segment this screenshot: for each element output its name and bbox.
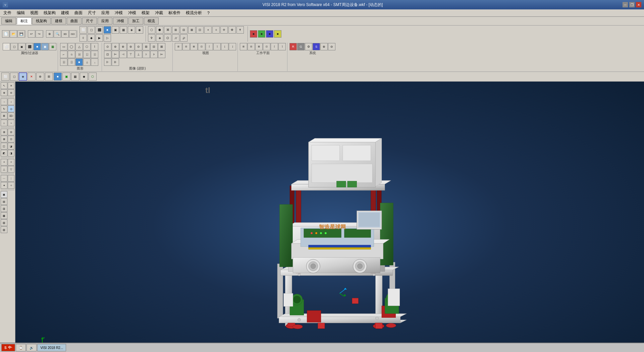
- wp-6[interactable]: ⌉: [278, 43, 286, 50]
- left-e5[interactable]: ▧: [1, 219, 7, 226]
- prop-7[interactable]: ▦: [49, 43, 56, 50]
- view-box-11[interactable]: ⬡: [89, 73, 97, 81]
- view-box-8[interactable]: ▣: [62, 73, 70, 81]
- tab-edit[interactable]: 编辑: [1, 17, 16, 25]
- left-12[interactable]: ⌁: [8, 120, 14, 126]
- taskbar-visi[interactable]: VISI 2018 R2...: [37, 344, 66, 351]
- wp-3[interactable]: ⊠: [255, 43, 263, 50]
- menu-surface[interactable]: 曲面: [72, 9, 85, 16]
- sys-1[interactable]: R: [289, 43, 297, 50]
- tool-6[interactable]: ▦: [120, 26, 127, 34]
- img-5[interactable]: ⊝: [135, 43, 142, 50]
- tab-punch[interactable]: 冲模: [113, 17, 128, 25]
- left-22[interactable]: ⌗: [8, 159, 14, 166]
- wp-2[interactable]: ⊟: [248, 43, 255, 50]
- title-icon[interactable]: V: [3, 2, 8, 7]
- view-box-4[interactable]: ✕: [28, 73, 36, 81]
- adv-tool-4[interactable]: ⊞: [172, 26, 179, 34]
- img-2[interactable]: ⊚: [112, 43, 119, 50]
- shape-2[interactable]: ◯: [68, 43, 75, 50]
- view-iso-button[interactable]: ISO: [69, 30, 76, 38]
- shape-9[interactable]: ⌺: [83, 51, 91, 58]
- menu-file[interactable]: 文件: [1, 9, 14, 16]
- zoom-fit-button[interactable]: ⊕: [46, 30, 53, 38]
- tool-5[interactable]: ▣: [112, 26, 119, 34]
- adv-tool-12[interactable]: ✝: [236, 26, 244, 34]
- open-button[interactable]: 📂: [10, 30, 17, 38]
- left-7[interactable]: ↻: [1, 105, 7, 112]
- img-14[interactable]: ⊦: [143, 51, 150, 58]
- menu-wireframe[interactable]: 线架构: [41, 9, 58, 16]
- view-box-10[interactable]: ◆: [80, 73, 88, 81]
- menu-standard[interactable]: 标准件: [166, 9, 183, 16]
- img-1[interactable]: ⊙: [104, 43, 111, 50]
- viewport[interactable]: tI: [15, 82, 644, 352]
- left-24[interactable]: ▽: [8, 166, 14, 173]
- adv-tool-13[interactable]: ✞: [148, 34, 155, 42]
- view-box-5[interactable]: ⊕: [36, 73, 44, 81]
- view-8[interactable]: ⌋: [229, 43, 236, 50]
- img-16[interactable]: ⊨: [158, 51, 165, 58]
- shape-5[interactable]: ⌇: [91, 43, 98, 50]
- img-12[interactable]: ⊤: [127, 51, 135, 58]
- save-button[interactable]: 💾: [17, 30, 25, 38]
- menu-edit[interactable]: 编辑: [14, 9, 28, 16]
- tool-12[interactable]: ▷: [104, 34, 111, 42]
- tab-dimension[interactable]: 尺寸: [82, 17, 97, 25]
- prop-2[interactable]: ◻: [10, 43, 18, 50]
- adv-tool-15[interactable]: ⌬: [164, 34, 171, 42]
- color-tool-1[interactable]: ■: [250, 30, 257, 38]
- img-13[interactable]: ⊥: [135, 51, 142, 58]
- left-14[interactable]: ⊟: [8, 129, 14, 135]
- img-7[interactable]: ⊟: [150, 43, 158, 50]
- shape-10[interactable]: ⌻: [91, 51, 98, 58]
- adv-tool-7[interactable]: ⊡: [196, 26, 204, 34]
- left-4[interactable]: ⊖: [8, 89, 14, 96]
- prop-5[interactable]: ■: [34, 43, 41, 50]
- left-23[interactable]: △: [1, 166, 7, 173]
- view-7[interactable]: ⌊: [221, 43, 228, 50]
- menu-model[interactable]: 建模: [58, 9, 72, 16]
- img-10[interactable]: ⊢: [112, 51, 119, 58]
- tool-11[interactable]: ▶: [96, 34, 103, 42]
- tab-flow[interactable]: 模流: [144, 17, 159, 25]
- zoom-in-button[interactable]: 🔍: [54, 30, 61, 38]
- close-button[interactable]: ✕: [636, 2, 641, 7]
- shape-12[interactable]: ⌹: [68, 58, 75, 66]
- left-25[interactable]: ⋯: [1, 175, 7, 182]
- view-box-3[interactable]: ◈: [19, 73, 27, 81]
- left-2[interactable]: ✕: [8, 82, 14, 89]
- minimize-button[interactable]: ─: [623, 2, 628, 7]
- left-5[interactable]: →: [1, 98, 7, 105]
- left-11[interactable]: ⌂: [1, 120, 7, 126]
- left-9[interactable]: ⌘: [1, 113, 7, 119]
- left-e6[interactable]: ▨: [1, 226, 7, 233]
- redo-button[interactable]: ↪: [36, 30, 43, 38]
- view-box-9[interactable]: ▦: [71, 73, 79, 81]
- start-area[interactable]: S 中·: [1, 344, 15, 351]
- left-19[interactable]: ◩: [1, 150, 7, 157]
- new-button[interactable]: 📄: [2, 30, 9, 38]
- adv-tool-9[interactable]: ⌗: [212, 26, 220, 34]
- prop-4[interactable]: ⬛: [26, 43, 33, 50]
- prop-3[interactable]: ▣: [18, 43, 25, 50]
- tool-9[interactable]: ◊: [79, 34, 87, 42]
- menu-blanking[interactable]: 冲裁: [152, 9, 166, 16]
- tool-8[interactable]: ◉: [136, 26, 143, 34]
- view-box-6[interactable]: ⊞: [45, 73, 53, 81]
- taskbar-btn-1[interactable]: ⌚: [16, 344, 26, 351]
- tool-2[interactable]: ◻: [88, 26, 95, 34]
- view-1[interactable]: ⊞: [175, 43, 182, 50]
- menu-punch2[interactable]: 冲模: [125, 9, 139, 16]
- img-4[interactable]: ⊜: [127, 43, 135, 50]
- view-box-7[interactable]: ■: [54, 73, 62, 81]
- left-e4[interactable]: ▦: [1, 212, 7, 219]
- color-tool-2[interactable]: ■: [258, 30, 265, 38]
- tool-3[interactable]: ⬛: [96, 26, 103, 34]
- adv-tool-14[interactable]: ◈: [156, 34, 163, 42]
- view-box-1[interactable]: ⬜: [1, 73, 9, 81]
- img-17[interactable]: ⊩: [104, 58, 111, 66]
- img-15[interactable]: ⊧: [150, 51, 158, 58]
- img-18[interactable]: ⊪: [112, 58, 119, 66]
- left-e3[interactable]: ▥: [1, 205, 7, 212]
